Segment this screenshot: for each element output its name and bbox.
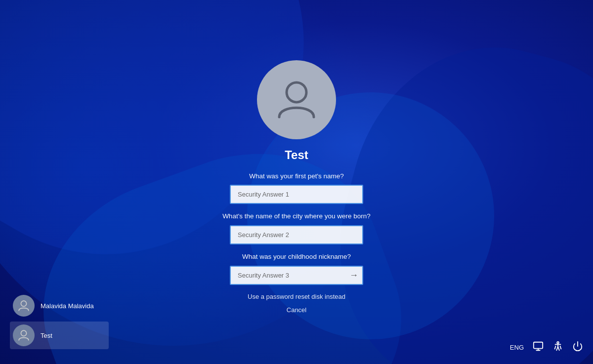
svg-point-0	[287, 82, 306, 102]
language-selector[interactable]: ENG	[510, 344, 524, 351]
security-answer-1-input[interactable]	[230, 185, 363, 204]
avatar	[257, 60, 336, 139]
security-answer-3-wrapper: →	[230, 266, 363, 285]
monitor-icon[interactable]	[533, 341, 544, 354]
password-reset-link[interactable]: Use a password reset disk instead	[248, 293, 345, 300]
user-name-malavida: Malavida Malavida	[41, 302, 94, 310]
user-list: Malavida Malavida Test	[10, 292, 109, 349]
login-panel: Test What was your first pet's name? Wha…	[198, 60, 395, 320]
svg-rect-3	[534, 342, 543, 349]
user-name-test: Test	[41, 332, 52, 339]
accessibility-icon[interactable]	[552, 341, 563, 354]
security-question-3: What was your childhood nickname?	[217, 252, 376, 262]
submit-arrow-icon[interactable]: →	[349, 270, 358, 281]
security-answer-2-input[interactable]	[230, 225, 363, 244]
svg-point-6	[557, 342, 559, 344]
user-silhouette-icon	[272, 75, 321, 124]
user-item-test[interactable]: Test	[10, 322, 109, 349]
system-bar: ENG	[510, 341, 583, 354]
power-icon[interactable]	[572, 341, 583, 354]
username-label: Test	[285, 148, 308, 162]
user-avatar-test	[13, 324, 35, 346]
security-answer-3-input[interactable]	[230, 266, 363, 285]
svg-point-2	[21, 330, 26, 336]
security-question-1: What was your first pet's name?	[217, 171, 376, 181]
cancel-button[interactable]: Cancel	[287, 306, 306, 314]
user-avatar-malavida	[13, 295, 35, 317]
user-item-malavida[interactable]: Malavida Malavida	[10, 292, 109, 320]
security-question-2: What's the name of the city where you we…	[217, 212, 376, 221]
svg-point-1	[21, 301, 26, 306]
